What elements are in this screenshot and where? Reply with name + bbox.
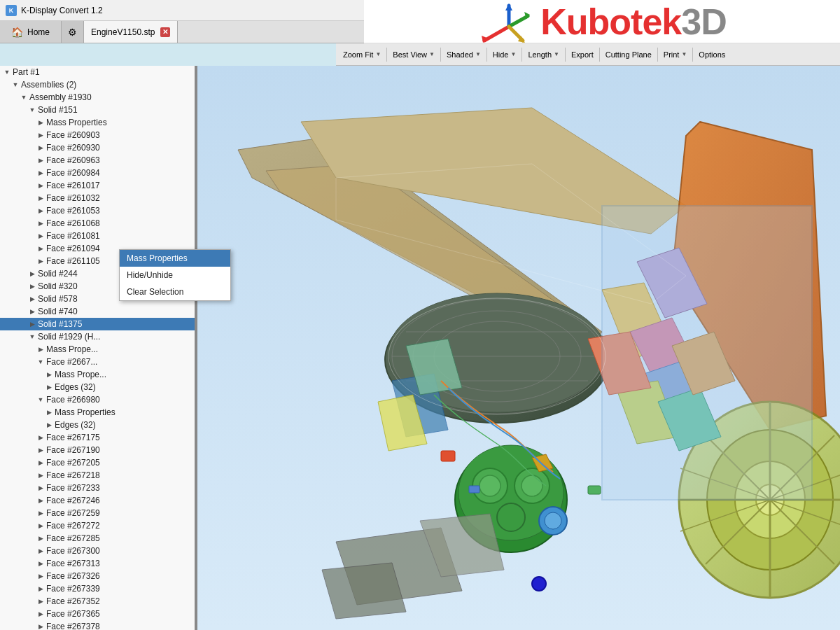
tree-panel[interactable]: ▼Part #1▼Assemblies (2)▼Assembly #1930▼S…	[0, 66, 196, 630]
logo-3d: 3D	[681, 1, 726, 42]
tree-arrow: ▶	[36, 573, 45, 580]
toolbar-btn-zoom-fit[interactable]: Zoom Fit▼	[339, 46, 385, 63]
tree-item-assemblies[interactable]: ▼Assemblies (2)	[0, 78, 195, 91]
tree-item-edges32_2[interactable]: ▶Edges (32)	[0, 419, 195, 431]
tree-item-face267205[interactable]: ▶Face #267205	[0, 456, 195, 469]
tree-item-face267259[interactable]: ▶Face #267259	[0, 507, 195, 519]
tree-arrow: ▶	[28, 321, 36, 328]
dropdown-arrow: ▼	[429, 51, 435, 57]
toolbar-btn-length[interactable]: Length▼	[524, 46, 564, 63]
tree-label: Face #267175	[45, 433, 100, 442]
tree-label: Face #261017	[45, 181, 100, 190]
tree-arrow: ▶	[36, 585, 45, 592]
tree-arrow: ▶	[36, 157, 45, 164]
resize-handle[interactable]	[195, 66, 197, 630]
tree-item-face267233[interactable]: ▶Face #267233	[0, 482, 195, 494]
tree-arrow: ▶	[45, 409, 53, 416]
tree-item-edges32_1[interactable]: ▶Edges (32)	[0, 381, 195, 393]
tree-item-face267326[interactable]: ▶Face #267326	[0, 570, 195, 582]
tree-item-assembly1930[interactable]: ▼Assembly #1930	[0, 91, 195, 104]
tree-label: Face #260984	[45, 168, 100, 178]
tree-item-face267365[interactable]: ▶Face #267365	[0, 608, 195, 620]
tree-item-face267218[interactable]: ▶Face #267218	[0, 469, 195, 482]
context-menu-item-hide-unhide[interactable]: Hide/Unhide	[120, 267, 230, 284]
tree-item-face260903[interactable]: ▶Face #260903	[0, 129, 195, 141]
tree-item-mass_props_151[interactable]: ▶Mass Properties	[0, 116, 195, 129]
toolbar-btn-cutting-plane[interactable]: Cutting Plane	[601, 46, 656, 63]
tree-item-face267285[interactable]: ▶Face #267285	[0, 532, 195, 545]
tree-item-face260930[interactable]: ▶Face #260930	[0, 141, 195, 154]
dropdown-arrow: ▼	[681, 51, 687, 57]
tree-item-face261053[interactable]: ▶Face #261053	[0, 204, 195, 217]
tree-label: Assembly #1930	[28, 92, 92, 102]
toolbar-divider	[599, 48, 600, 62]
svg-rect-61	[469, 486, 479, 493]
tree-item-face261017[interactable]: ▶Face #261017	[0, 179, 195, 192]
svg-rect-58	[441, 451, 455, 461]
tree-item-face260984[interactable]: ▶Face #260984	[0, 167, 195, 179]
toolbar: Zoom Fit▼Best View▼Shaded▼Hide▼Length▼Ex…	[336, 43, 840, 66]
tree-label: Face #267205	[45, 458, 100, 468]
tree-arrow: ▶	[45, 421, 53, 428]
tree-item-face267190[interactable]: ▶Face #267190	[0, 444, 195, 456]
tree-item-face266980[interactable]: ▼Face #266980	[0, 393, 195, 406]
tree-item-face267272[interactable]: ▶Face #267272	[0, 519, 195, 532]
toolbar-btn-shaded[interactable]: Shaded▼	[442, 46, 485, 63]
tree-item-face260963[interactable]: ▶Face #260963	[0, 154, 195, 167]
tree-item-face267339[interactable]: ▶Face #267339	[0, 582, 195, 595]
toolbar-btn-hide[interactable]: Hide▼	[489, 46, 521, 63]
tree-arrow: ▶	[36, 510, 45, 517]
toolbar-btn-options[interactable]: Options	[694, 46, 729, 63]
tree-label: Face #260930	[45, 143, 100, 153]
svg-rect-59	[588, 486, 601, 494]
context-menu-item-mass-props[interactable]: Mass Properties	[120, 250, 230, 267]
tab-settings[interactable]: ⚙	[62, 21, 84, 43]
tree-item-face261032[interactable]: ▶Face #261032	[0, 192, 195, 204]
svg-rect-52	[602, 206, 812, 500]
tab-home[interactable]: 🏠 Home	[0, 21, 62, 43]
context-menu-item-clear-selection[interactable]: Clear Selection	[120, 284, 230, 300]
tree-label: Face #267365	[45, 609, 100, 619]
tree-item-mass_props_1929[interactable]: ▶Mass Prope...	[0, 343, 195, 356]
tree-arrow: ▶	[36, 258, 45, 265]
tree-item-face261081[interactable]: ▶Face #261081	[0, 230, 195, 242]
tree-item-face267313[interactable]: ▶Face #267313	[0, 557, 195, 570]
home-icon: 🏠	[11, 27, 23, 38]
toolbar-btn-best-view[interactable]: Best View▼	[388, 46, 439, 63]
tab-home-label: Home	[27, 27, 50, 37]
tree-item-mass_props_2667[interactable]: ▶Mass Prope...	[0, 368, 195, 381]
tree-item-solid1929[interactable]: ▼Solid #1929 (H...	[0, 330, 195, 343]
tree-label: Face #266980	[45, 395, 100, 405]
toolbar-btn-export[interactable]: Export	[567, 46, 598, 63]
close-tab-button[interactable]: ✕	[160, 27, 170, 37]
tree-item-mass_props_266980[interactable]: ▶Mass Properties	[0, 406, 195, 419]
tab-file[interactable]: EngineV1150.stp ✕	[84, 21, 178, 43]
tree-item-solid740[interactable]: ▶Solid #740	[0, 305, 195, 318]
tree-label: Face #261105	[45, 256, 100, 266]
tree-label: Mass Properties	[53, 407, 115, 417]
tree-item-face2667[interactable]: ▼Face #2667...	[0, 356, 195, 368]
tree-label: Face #267259	[45, 508, 100, 518]
svg-point-40	[532, 577, 546, 591]
tree-item-face267175[interactable]: ▶Face #267175	[0, 431, 195, 444]
tree-item-face267352[interactable]: ▶Face #267352	[0, 595, 195, 608]
tree-label: Face #267285	[45, 533, 100, 543]
tree-item-solid151[interactable]: ▼Solid #151	[0, 104, 195, 116]
toolbar-btn-print[interactable]: Print▼	[659, 46, 692, 63]
toolbar-divider	[522, 48, 522, 62]
tree-arrow: ▼	[11, 81, 20, 88]
tree-arrow: ▶	[36, 522, 45, 529]
tree-item-face267246[interactable]: ▶Face #267246	[0, 494, 195, 507]
tree-item-face261068[interactable]: ▶Face #261068	[0, 217, 195, 230]
tree-item-solid1375[interactable]: ▶Solid #1375	[0, 318, 195, 330]
tree-item-face267378[interactable]: ▶Face #267378	[0, 620, 195, 630]
tree-arrow: ▼	[3, 69, 11, 76]
tree-arrow: ▶	[45, 371, 53, 378]
toolbar-divider	[386, 48, 387, 62]
tree-arrow: ▶	[36, 245, 45, 252]
tree-item-face267300[interactable]: ▶Face #267300	[0, 545, 195, 557]
svg-point-35	[497, 503, 525, 531]
tree-arrow: ▶	[28, 308, 36, 315]
tree-label: Face #267352	[45, 596, 100, 606]
tree-item-part1[interactable]: ▼Part #1	[0, 66, 195, 78]
